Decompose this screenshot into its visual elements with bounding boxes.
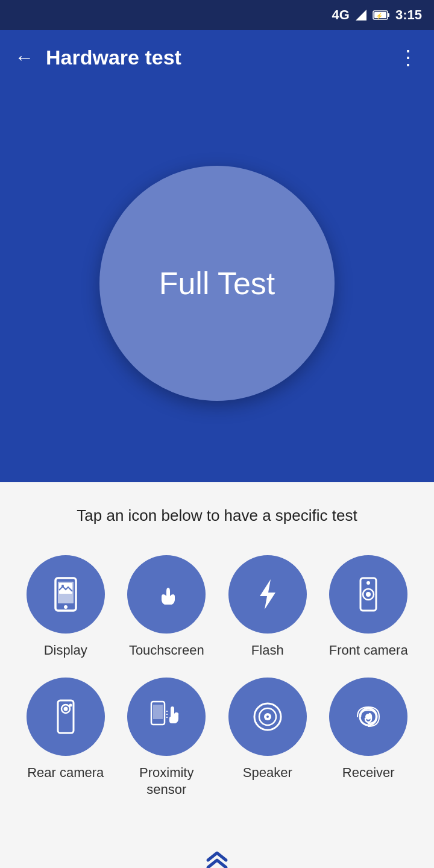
speaker-icon bbox=[247, 696, 289, 738]
receiver-icon bbox=[347, 696, 389, 738]
display-test-item[interactable]: Display bbox=[18, 555, 113, 659]
touchscreen-test-item[interactable]: Touchscreen bbox=[119, 555, 215, 659]
page-title: Hardware test bbox=[46, 46, 386, 69]
proximity-sensor-icon bbox=[145, 696, 187, 738]
svg-marker-10 bbox=[260, 579, 275, 609]
network-indicator: 4G bbox=[332, 7, 350, 23]
instruction-text: Tap an icon below to have a specific tes… bbox=[12, 506, 422, 525]
display-icon bbox=[45, 573, 87, 615]
receiver-test-item[interactable]: Receiver bbox=[321, 678, 417, 799]
svg-rect-20 bbox=[153, 705, 163, 719]
proximity-sensor-label: Proximity sensor bbox=[119, 764, 215, 799]
svg-marker-0 bbox=[356, 10, 366, 20]
rear-camera-label: Rear camera bbox=[27, 764, 104, 782]
display-label: Display bbox=[44, 642, 87, 659]
full-test-button[interactable]: Full Test bbox=[99, 166, 335, 401]
svg-point-17 bbox=[63, 706, 68, 711]
front-camera-test-item[interactable]: Front camera bbox=[321, 555, 417, 659]
time-display: 3:15 bbox=[395, 7, 422, 23]
overflow-menu-button[interactable]: ⋮ bbox=[398, 45, 420, 69]
touchscreen-icon bbox=[145, 573, 187, 615]
svg-point-18 bbox=[69, 703, 72, 706]
flash-label: Flash bbox=[251, 642, 284, 659]
proximity-sensor-icon-circle bbox=[127, 678, 206, 756]
battery-icon: ⚡ bbox=[373, 10, 391, 20]
svg-text:⚡: ⚡ bbox=[376, 12, 383, 20]
back-button[interactable]: ← bbox=[14, 46, 34, 69]
svg-point-27 bbox=[266, 715, 269, 718]
svg-point-14 bbox=[366, 581, 370, 585]
flash-icon bbox=[247, 573, 289, 615]
status-icons: 4G ⚡ 3:15 bbox=[332, 7, 422, 23]
chevrons-icon bbox=[199, 841, 235, 868]
rear-camera-icon-circle bbox=[27, 678, 105, 756]
full-test-label: Full Test bbox=[159, 265, 275, 301]
front-camera-icon bbox=[347, 573, 389, 615]
signal-icon bbox=[354, 8, 368, 22]
receiver-label: Receiver bbox=[342, 764, 395, 782]
svg-point-9 bbox=[61, 585, 64, 587]
svg-point-13 bbox=[366, 592, 371, 597]
receiver-icon-circle bbox=[329, 678, 407, 756]
proximity-sensor-test-item[interactable]: Proximity sensor bbox=[119, 678, 215, 799]
hardware-test-grid: Display Touchscreen Flash bbox=[12, 555, 422, 799]
speaker-icon-circle bbox=[228, 678, 307, 756]
flash-test-item[interactable]: Flash bbox=[220, 555, 315, 659]
display-icon-circle bbox=[27, 555, 105, 634]
rear-camera-test-item[interactable]: Rear camera bbox=[18, 678, 113, 799]
flash-icon-circle bbox=[228, 555, 307, 634]
front-camera-label: Front camera bbox=[329, 642, 408, 659]
speaker-test-item[interactable]: Speaker bbox=[220, 678, 315, 799]
double-chevron-up-icon bbox=[199, 841, 235, 868]
content-section: Tap an icon below to have a specific tes… bbox=[0, 482, 434, 868]
svg-rect-2 bbox=[388, 13, 389, 17]
status-bar: 4G ⚡ 3:15 bbox=[0, 0, 434, 30]
scroll-indicator bbox=[12, 829, 422, 868]
svg-point-7 bbox=[64, 605, 68, 609]
rear-camera-icon bbox=[45, 696, 87, 738]
touchscreen-icon-circle bbox=[127, 555, 206, 634]
app-bar: ← Hardware test ⋮ bbox=[0, 30, 434, 84]
speaker-label: Speaker bbox=[243, 764, 292, 782]
hero-section: Full Test bbox=[0, 84, 434, 482]
touchscreen-label: Touchscreen bbox=[129, 642, 204, 659]
front-camera-icon-circle bbox=[329, 555, 407, 634]
